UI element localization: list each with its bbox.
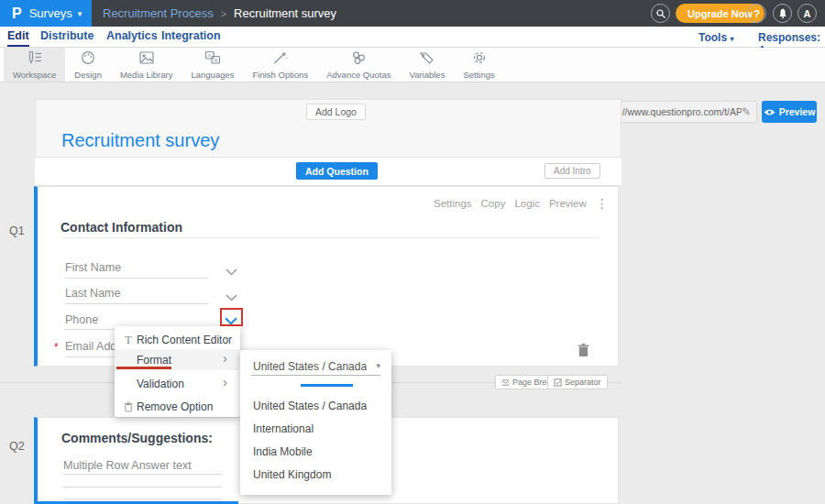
breadcrumb: Recruitment Process > Recruitment survey	[103, 0, 336, 27]
q1-title[interactable]: Contact Information	[60, 220, 182, 235]
surveys-menu[interactable]: P Surveys ▾	[0, 0, 92, 27]
chevron-down-icon[interactable]	[226, 289, 237, 305]
preview-button-label: Preview	[779, 106, 816, 117]
nav-tab-bar: Edit Distribute Analytics Integration To…	[0, 27, 825, 48]
menu-item-validation[interactable]: Validation ›	[115, 373, 240, 394]
field-underline	[65, 278, 208, 279]
help-button[interactable]: ?	[747, 4, 766, 23]
menu-item-rich-content-editor[interactable]: T Rich Content Editor	[115, 329, 240, 350]
format-option-united-kingdom[interactable]: United Kingdom	[253, 468, 331, 481]
top-bar: P Surveys ▾ Recruitment Process > Recrui…	[0, 0, 825, 27]
account-button[interactable]: A	[798, 4, 817, 23]
field-label-first-name[interactable]: First Name	[65, 261, 121, 274]
answer-underline	[63, 474, 222, 475]
field-underline	[65, 303, 208, 304]
annotation-underline	[116, 367, 171, 369]
format-select[interactable]: United States / Canada	[253, 360, 379, 373]
kebab-menu-icon[interactable]: ⋮	[596, 198, 609, 209]
select-caret-icon: ▾	[376, 361, 380, 370]
add-question-strip: Add Question Add Intro	[35, 158, 622, 186]
submenu-chevron-right-icon: ›	[223, 350, 227, 366]
question-number-q2: Q2	[9, 440, 25, 453]
q1-action-bar: Settings Copy Logic Preview ⋮	[434, 198, 609, 209]
preview-button[interactable]: Preview	[762, 101, 817, 123]
breadcrumb-separator: >	[221, 8, 226, 19]
media-library-icon	[138, 50, 156, 69]
breadcrumb-parent[interactable]: Recruitment Process	[103, 6, 214, 20]
finish-options-wand-icon	[271, 50, 290, 69]
menu-item-remove-option[interactable]: Remove Option	[115, 396, 240, 417]
survey-title[interactable]: Recruitment survey	[61, 130, 219, 151]
design-palette-icon	[79, 50, 97, 69]
toolbar-item-variables[interactable]: Variables	[401, 48, 455, 82]
toolbar-item-advance-quotas[interactable]: Advance Quotas	[317, 48, 400, 82]
svg-text:x: x	[208, 52, 211, 58]
submenu-chevron-right-icon: ›	[223, 374, 227, 389]
svg-text:A: A	[214, 58, 217, 63]
search-icon	[655, 8, 666, 19]
question-number-q1: Q1	[9, 225, 25, 237]
rich-text-icon: T	[122, 333, 135, 347]
separator-label: Separator	[565, 378, 601, 387]
required-asterisk: *	[54, 341, 59, 354]
help-icon: ?	[754, 8, 760, 19]
q1-settings-link[interactable]: Settings	[434, 198, 472, 209]
format-option-international[interactable]: International	[253, 422, 314, 435]
toolbar-item-languages[interactable]: xA Languages	[182, 48, 243, 82]
questionpro-logo: P	[12, 5, 22, 22]
delete-option-trash-icon[interactable]	[578, 343, 589, 361]
q1-copy-link[interactable]: Copy	[481, 198, 506, 209]
toolbar-item-settings[interactable]: Settings	[454, 48, 503, 82]
chevron-down-icon: ▾	[730, 35, 733, 43]
settings-gear-icon	[470, 50, 489, 69]
toolbar-item-finish-options[interactable]: Finish Options	[244, 48, 318, 82]
advance-quotas-icon	[349, 50, 368, 69]
toolbar-items: Workspace Design Media Library xA Langua…	[4, 48, 504, 82]
format-option-india-mobile[interactable]: India Mobile	[253, 445, 313, 458]
field-label-phone[interactable]: Phone	[65, 313, 98, 326]
notifications-button[interactable]	[773, 4, 792, 23]
q2-title[interactable]: Comments/Suggestions:	[61, 431, 213, 445]
eye-icon	[764, 108, 776, 116]
tab-distribute[interactable]: Distribute	[40, 29, 94, 45]
q1-preview-link[interactable]: Preview	[549, 198, 587, 209]
avatar: A	[804, 8, 811, 19]
search-button[interactable]	[651, 4, 670, 23]
workspace-icon	[26, 50, 44, 69]
q1-logic-link[interactable]: Logic	[514, 198, 540, 209]
bell-icon	[778, 7, 787, 19]
trash-icon	[122, 401, 135, 412]
format-submenu: United States / Canada ▾ United States /…	[240, 350, 391, 495]
surveys-menu-label: Surveys	[29, 6, 72, 20]
chevron-down-icon: ▾	[78, 9, 82, 18]
tools-menu[interactable]: Tools ▾	[698, 31, 733, 44]
tab-edit[interactable]: Edit	[7, 29, 29, 47]
toolbar-item-media-library[interactable]: Media Library	[111, 48, 182, 82]
toolbar-item-workspace[interactable]: Workspace	[4, 48, 65, 82]
format-option-us-canada[interactable]: United States / Canada	[253, 400, 367, 412]
select-underline	[251, 375, 380, 376]
option-context-menu: T Rich Content Editor Format › Validatio…	[115, 326, 240, 417]
answer-underline	[63, 487, 222, 488]
editor-toolbar: Workspace Design Media Library xA Langua…	[0, 48, 825, 82]
answer-underline	[63, 499, 222, 499]
annotation-highlight-box	[220, 308, 243, 326]
add-intro-button[interactable]: Add Intro	[544, 163, 600, 179]
add-logo-button[interactable]: Add Logo	[306, 104, 366, 120]
edit-url-pencil-icon[interactable]: ✎	[742, 105, 751, 118]
tab-analytics[interactable]: Analytics	[106, 29, 158, 45]
variables-tag-icon	[418, 50, 436, 69]
q2-answer-placeholder[interactable]: Multiple Row Answer text	[63, 459, 192, 472]
survey-header-card: Add Logo Recruitment survey	[35, 99, 622, 158]
tab-integration[interactable]: Integration	[161, 29, 221, 45]
chevron-down-icon[interactable]	[226, 263, 237, 279]
separator-button[interactable]: Separator	[547, 375, 608, 389]
tools-label: Tools	[698, 31, 727, 44]
breadcrumb-current: Recruitment survey	[234, 6, 336, 20]
q1-title-rule	[60, 237, 600, 238]
field-label-last-name[interactable]: Last Name	[65, 287, 120, 300]
toolbar-item-design[interactable]: Design	[65, 48, 111, 82]
questionpro-survey-editor: P Surveys ▾ Recruitment Process > Recrui…	[0, 0, 825, 504]
select-accent-bar	[301, 384, 353, 387]
add-question-button[interactable]: Add Question	[296, 162, 378, 180]
